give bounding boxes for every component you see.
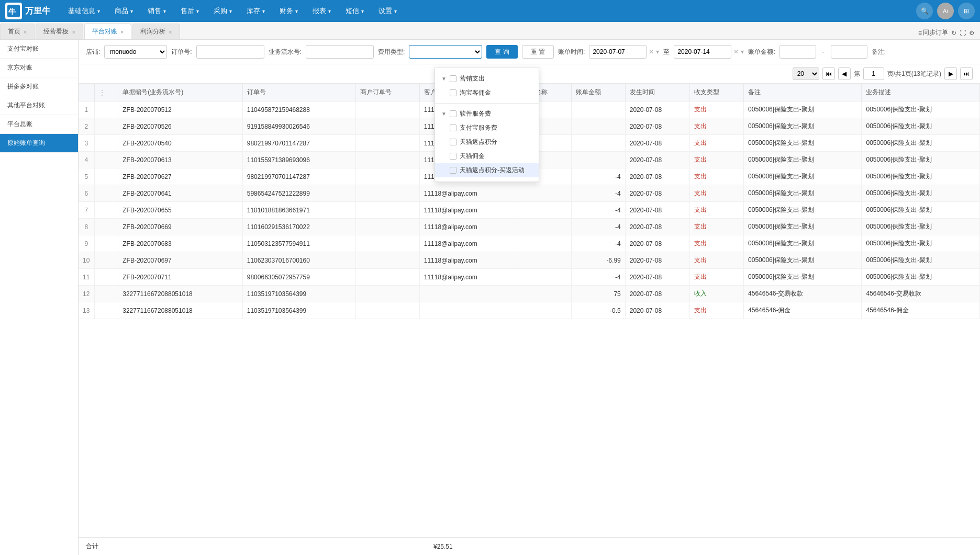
nav-item-inventory[interactable]: 库存 ▾ [239,0,272,22]
checkbox-software[interactable] [450,110,456,117]
date-end-calendar-icon[interactable]: ▾ [741,48,744,55]
sidebar-item-other[interactable]: 其他平台对账 [0,96,78,115]
date-end-input[interactable] [674,45,731,59]
sidebar-item-pinduoduo[interactable]: 拼多多对账 [0,77,78,96]
checkbox-alipay-fee[interactable] [450,124,456,131]
checkbox-marketing[interactable] [450,75,456,82]
date-separator: 至 [663,48,670,56]
store-select[interactable]: monuodo [104,45,167,59]
settings-button[interactable]: ⚙ [969,29,975,37]
tab-home[interactable]: 首页 × [0,24,35,39]
fee-type-label: 费用类型: [378,48,405,56]
date-start-input[interactable] [589,45,647,59]
store-label: 店铺: [86,48,100,56]
sync-order-button[interactable]: ≡ 同步订单 [918,28,948,37]
row-remark: 0050006|保险支出-聚划 [744,152,862,168]
row-type: 支出 [690,101,744,118]
row-desc: 0050006|保险支出-聚划 [862,202,980,219]
row-time: 2020-07-08 [625,135,690,152]
sidebar-item-jd[interactable]: 京东对账 [0,59,78,77]
sidebar-item-alipay[interactable]: 支付宝对账 [0,40,78,59]
tmall-points-label: 天猫返点积分 [460,138,497,146]
checkbox-tmall-points[interactable] [450,139,456,145]
nav-item-sales[interactable]: 销售 ▾ [140,0,173,22]
user-menu-button[interactable]: ⊞ [958,3,975,19]
fee-type-select[interactable] [409,45,482,59]
row-product-name [518,235,572,252]
row-drag [94,286,118,302]
dropdown-group-header-software[interactable]: ▼ 软件服务费 [435,107,539,121]
dropdown-item-taobao-commission[interactable]: 淘宝客佣金 [435,86,539,100]
software-label: 软件服务费 [460,109,491,118]
chevron-down-icon: ▾ [262,8,265,14]
row-amount [572,101,626,118]
sidebar-item-original-query[interactable]: 原始账单查询 [0,134,78,153]
close-icon[interactable]: × [24,29,27,35]
sidebar-item-total[interactable]: 平台总账 [0,115,78,134]
next-page-button[interactable]: ▶ [944,67,957,80]
chevron-down-icon: ▾ [394,8,397,14]
expand-button[interactable]: ⛶ [960,29,966,37]
user-search-button[interactable]: 🔍 [916,3,933,19]
row-customer-account [419,286,518,302]
refresh-button[interactable]: ↻ [951,29,956,37]
order-no-input[interactable] [196,45,264,59]
checkbox-taobao-commission[interactable] [450,89,456,96]
query-button[interactable]: 查 询 [486,45,517,59]
row-num: 1 [79,101,94,118]
date-clear-start-icon[interactable]: ✕ [649,48,654,55]
prev-page-button[interactable]: ◀ [838,67,851,80]
nav-item-settings[interactable]: 设置 ▾ [371,0,404,22]
user-avatar[interactable]: Ai [937,3,954,19]
tab-platform-account[interactable]: 平台对账 × [84,24,131,39]
checkbox-tmall-commission[interactable] [450,153,456,160]
amount-separator: - [822,48,825,55]
page-size-select[interactable]: 20 50 100 [793,67,819,80]
table-row: 12 32277116672088051018 1103519710356439… [79,286,980,302]
row-num: 13 [79,302,94,319]
nav-item-reports[interactable]: 报表 ▾ [305,0,338,22]
nav-item-basics[interactable]: 基础信息 ▾ [61,0,107,22]
tab-profit-analysis[interactable]: 利润分析 × [132,24,180,39]
row-desc: 0050006|保险支出-聚划 [862,168,980,185]
row-amount: -4 [572,269,626,286]
row-num: 3 [79,135,94,152]
row-amount: 75 [572,286,626,302]
row-num: 6 [79,185,94,202]
nav-item-sms[interactable]: 短信 ▾ [338,0,371,22]
col-amount: 账单金额 [572,84,626,101]
row-drag [94,269,118,286]
amount-min-input[interactable] [779,45,816,59]
row-order-no: 110495872159468288 [242,101,355,118]
tab-dashboard[interactable]: 经营看板 × [36,24,83,39]
row-drag [94,252,118,269]
row-type: 支出 [690,202,744,219]
dropdown-group-header-marketing[interactable]: ▼ 营销支出 [435,72,539,86]
close-icon[interactable]: × [169,29,172,35]
dropdown-item-tmall-commission[interactable]: 天猫佣金 [435,149,539,163]
last-page-button[interactable]: ⏭ [960,67,973,80]
date-clear-end-icon[interactable]: ✕ [733,48,739,55]
row-amount: -0.5 [572,302,626,319]
alipay-fee-label: 支付宝服务费 [460,123,497,132]
row-drag [94,118,118,135]
close-icon[interactable]: × [120,29,124,35]
row-time: 2020-07-08 [625,235,690,252]
remark-label: 备注: [872,48,886,56]
nav-item-finance[interactable]: 财务 ▾ [272,0,305,22]
reset-button[interactable]: 重 置 [522,45,554,59]
amount-max-input[interactable] [831,45,867,59]
date-start-calendar-icon[interactable]: ▾ [656,48,659,55]
biz-flow-input[interactable] [306,45,374,59]
nav-item-purchase[interactable]: 采购 ▾ [206,0,239,22]
page-input[interactable] [863,67,884,80]
dropdown-item-alipay-fee[interactable]: 支付宝服务费 [435,121,539,135]
dropdown-item-tmall-points-buy[interactable]: 天猫返点积分-买返活动 [435,163,539,177]
close-icon[interactable]: × [72,29,75,35]
dropdown-item-tmall-points[interactable]: 天猫返点积分 [435,135,539,149]
nav-item-products[interactable]: 商品 ▾ [107,0,140,22]
first-page-button[interactable]: ⏮ [822,67,835,80]
checkbox-tmall-points-buy[interactable] [450,167,456,174]
row-remark: 45646546-交易收款 [744,286,862,302]
nav-item-aftersale[interactable]: 售后 ▾ [173,0,206,22]
